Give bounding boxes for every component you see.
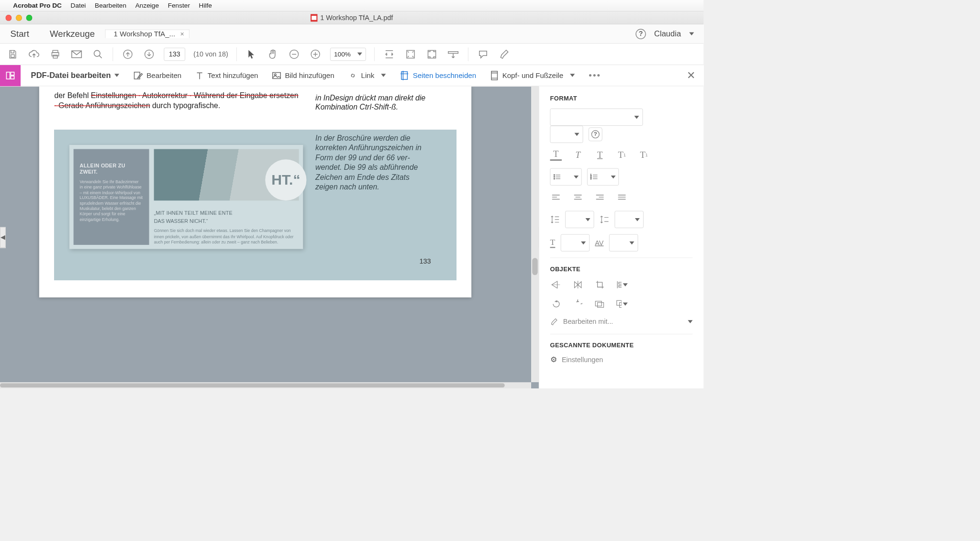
menu-datei[interactable]: Datei: [71, 2, 86, 10]
email-icon[interactable]: [70, 47, 83, 60]
brochure-left-heading: ALLEIN ODER ZU ZWEIT.: [80, 163, 143, 175]
search-icon[interactable]: [91, 47, 104, 60]
rotate-ccw-icon[interactable]: [550, 298, 562, 309]
numbered-list-select[interactable]: 123: [587, 168, 619, 186]
edit-pdf-indicator-icon[interactable]: [0, 65, 21, 87]
align-right-icon[interactable]: [594, 192, 605, 203]
horizontal-scale-select[interactable]: [561, 234, 590, 252]
menu-anzeige[interactable]: Anzeige: [135, 2, 159, 10]
add-image-button[interactable]: Bild hinzufügen: [265, 65, 341, 86]
page-number-input[interactable]: [164, 47, 185, 60]
nav-tools[interactable]: Werkzeuge: [40, 29, 105, 39]
document-viewport[interactable]: ◀ ▶ der Befehl Einstellungen · Autokorre…: [0, 86, 539, 388]
highlight-icon[interactable]: [498, 47, 511, 60]
underline-icon[interactable]: T: [594, 149, 605, 161]
page-number-label: 133: [69, 257, 441, 265]
character-spacing-icon: AV: [595, 239, 603, 247]
rotate-cw-icon[interactable]: [572, 298, 583, 309]
user-menu-chevron-icon[interactable]: [689, 32, 694, 35]
menu-bearbeiten[interactable]: Bearbeiten: [95, 2, 126, 10]
format-side-panel: FORMAT ? T T T T1 T1 123: [539, 86, 704, 388]
crop-object-icon[interactable]: [594, 279, 605, 290]
window-zoom-icon[interactable]: [26, 15, 33, 21]
align-justify-icon[interactable]: [616, 192, 627, 203]
paragraph-spacing-icon: [600, 215, 609, 224]
document-tab-row: Start Werkzeuge 1 Workshop TfA_... × ? C…: [0, 24, 703, 44]
fullscreen-icon[interactable]: [425, 47, 438, 60]
flip-horizontal-icon[interactable]: [572, 279, 583, 290]
cloud-upload-icon[interactable]: [27, 47, 40, 60]
fit-page-icon[interactable]: [404, 47, 417, 60]
document-tab-active[interactable]: 1 Workshop TfA_... ×: [105, 30, 189, 38]
hand-tool-icon[interactable]: [267, 47, 279, 60]
app-name[interactable]: Acrobat Pro DC: [13, 2, 62, 10]
quote-circle: HT.“: [265, 159, 306, 200]
flip-vertical-icon[interactable]: [550, 279, 562, 290]
user-name-label[interactable]: Claudia: [654, 29, 681, 38]
window-title-bar: 1 Workshop TfA_LA.pdf: [0, 11, 703, 24]
italic-icon[interactable]: T: [572, 149, 583, 161]
svg-rect-28: [598, 303, 604, 308]
close-edit-panel-icon[interactable]: ✕: [687, 69, 695, 81]
brochure-sample: ALLEIN ODER ZU ZWEIT. Verwandeln Sie Ihr…: [69, 145, 303, 249]
more-tools-icon[interactable]: •••: [582, 65, 608, 86]
window-close-icon[interactable]: [5, 15, 11, 21]
font-family-select[interactable]: [550, 109, 643, 126]
font-size-select[interactable]: [550, 126, 583, 143]
fit-width-icon[interactable]: [383, 47, 396, 60]
svg-rect-13: [6, 72, 10, 79]
brochure-photo: HT.“: [154, 149, 299, 201]
pdf-file-icon: [311, 14, 317, 22]
window-title: 1 Workshop TfA_LA.pdf: [320, 14, 393, 22]
help-icon[interactable]: ?: [635, 29, 646, 39]
zoom-in-icon[interactable]: [309, 47, 322, 60]
text-color-icon[interactable]: T: [550, 149, 562, 161]
align-objects-icon[interactable]: [616, 279, 627, 290]
edit-button[interactable]: Bearbeiten: [126, 65, 188, 86]
superscript-icon[interactable]: T1: [616, 149, 627, 161]
header-footer-button[interactable]: Kopf- und Fußzeile: [483, 65, 581, 86]
section-objects-heading: OBJEKTE: [550, 265, 693, 273]
expand-left-panel-icon[interactable]: ◀: [0, 227, 5, 248]
edit-with-button[interactable]: Bearbeiten mit...: [550, 317, 693, 325]
pdf-page: der Befehl Einstellungen · Autokorrektur…: [39, 86, 471, 298]
link-button[interactable]: Link: [341, 65, 393, 86]
horizontal-scale-icon: T: [550, 238, 556, 248]
reading-mode-icon[interactable]: [447, 47, 460, 60]
menu-hilfe[interactable]: Hilfe: [199, 2, 212, 10]
replace-image-icon[interactable]: [594, 298, 605, 309]
edit-pdf-title[interactable]: PDF-Datei bearbeiten: [24, 65, 126, 86]
brochure-left-body: Verwandeln Sie Ihr Badezimmer in eine ga…: [80, 179, 143, 222]
align-left-icon[interactable]: [550, 192, 562, 203]
edit-pdf-toolbar: PDF-Datei bearbeiten Bearbeiten Text hin…: [0, 65, 703, 87]
line-spacing-select[interactable]: [565, 211, 594, 228]
zoom-out-icon[interactable]: [288, 47, 301, 60]
main-toolbar: (10 von 18) 100%: [0, 44, 703, 65]
tab-close-icon[interactable]: ×: [180, 30, 184, 38]
arrange-icon[interactable]: [616, 298, 627, 309]
page-count-label: (10 von 18): [193, 50, 228, 58]
page-down-icon[interactable]: [143, 47, 156, 60]
subscript-icon[interactable]: T1: [638, 149, 649, 161]
menu-fenster[interactable]: Fenster: [168, 2, 190, 10]
font-help-icon[interactable]: ?: [589, 127, 602, 141]
pointer-tool-icon[interactable]: [245, 47, 258, 60]
nav-start[interactable]: Start: [0, 29, 40, 39]
character-spacing-select[interactable]: [609, 234, 638, 252]
print-icon[interactable]: [49, 47, 62, 60]
bullet-list-select[interactable]: [550, 168, 582, 186]
paragraph-spacing-select[interactable]: [615, 211, 644, 228]
settings-button[interactable]: ⚙ Einstellungen: [550, 355, 693, 364]
crop-pages-button[interactable]: Seiten beschneiden: [393, 65, 483, 86]
comment-icon[interactable]: [477, 47, 490, 60]
window-minimize-icon[interactable]: [16, 15, 22, 21]
page-up-icon[interactable]: [121, 47, 134, 60]
align-center-icon[interactable]: [572, 192, 583, 203]
zoom-select[interactable]: 100%: [330, 47, 366, 60]
save-icon[interactable]: [6, 47, 19, 60]
horizontal-scrollbar[interactable]: [0, 382, 531, 388]
svg-rect-0: [11, 55, 14, 57]
svg-point-23: [554, 178, 555, 179]
add-text-button[interactable]: Text hinzufügen: [189, 65, 265, 86]
vertical-scrollbar[interactable]: [531, 86, 539, 382]
